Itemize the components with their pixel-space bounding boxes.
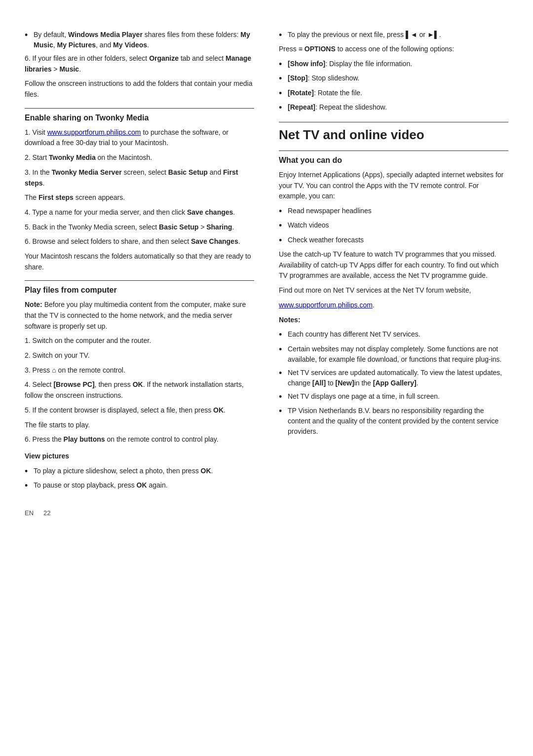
section2-title: Play files from computer: [25, 286, 254, 295]
bullet-dot-10: •: [279, 220, 284, 231]
bullet-dot-2: •: [25, 466, 30, 477]
bullet-dot-15: •: [279, 391, 284, 403]
bullet-dot-6: •: [279, 73, 284, 84]
footer-lang: EN: [25, 509, 34, 517]
section1-title: Enable sharing on Twonky Media: [25, 113, 254, 122]
options-showinfo-text: [Show info]: Display the file informatio…: [288, 59, 412, 70]
twonky-step3b: The First steps screen appears.: [25, 192, 254, 203]
play-step5b: The file starts to play.: [25, 420, 254, 431]
notes-bullet-1: • Each country has different Net TV serv…: [279, 329, 508, 340]
support-link[interactable]: www.supportforum.philips.com: [279, 301, 373, 309]
play-step4: 4. Select [Browse PC], then press OK. If…: [25, 379, 254, 401]
bullet-dot-8: •: [279, 102, 284, 113]
play-step5a: 5. If the content browser is displayed, …: [25, 405, 254, 416]
what-intro-text: Enjoy Internet Applications (Apps), spec…: [279, 170, 508, 202]
notes-bullet-5-text: TP Vision Netherlands B.V. bears no resp…: [288, 406, 508, 437]
notes-bullet-2-text: Certain websites may not display complet…: [288, 344, 508, 365]
options-bullet-stop: • [Stop]: Stop slideshow.: [279, 73, 508, 84]
play-step6: 6. Press the Play buttons on the remote …: [25, 434, 254, 445]
options-stop-text: [Stop]: Stop slideshow.: [288, 73, 360, 84]
twonky-link[interactable]: www.supportforum.philips.com: [47, 128, 141, 136]
findout-text: Find out more on Net TV services at the …: [279, 285, 508, 296]
wmp-bullet-text: By default, Windows Media Player shares …: [34, 30, 254, 50]
bullet-dot-3: •: [25, 480, 30, 491]
notes-bullet-4-text: Net TV displays one page at a time, in f…: [288, 391, 440, 403]
bullet-dot: •: [25, 30, 30, 50]
notes-bullet-4: • Net TV displays one page at a time, in…: [279, 391, 508, 403]
net-tv-divider: [279, 122, 508, 122]
notes-bullet-2: • Certain websites may not display compl…: [279, 344, 508, 365]
notes-bullet-3: • Net TV services are updated automatica…: [279, 368, 508, 388]
bullet-dot-14: •: [279, 368, 284, 388]
bullet-dot-7: •: [279, 88, 284, 99]
view-bullet-1: • To play a picture slideshow, select a …: [25, 466, 254, 477]
what-you-can-do-divider: [279, 151, 508, 151]
options-rotate-text: [Rotate]: Rotate the file.: [288, 88, 362, 99]
what-you-can-do-title: What you can do: [279, 156, 508, 165]
options-repeat-text: [Repeat]: Repeat the slideshow.: [288, 102, 387, 113]
bullet-dot-12: •: [279, 329, 284, 340]
twonky-step5: 5. Back in the Twonky Media screen, sele…: [25, 222, 254, 233]
play-step1: 1. Switch on the computer and the router…: [25, 336, 254, 346]
what-bullet-3: • Check weather forecasts: [279, 235, 508, 246]
view-pictures-title: View pictures: [25, 451, 254, 462]
play-step3: 3. Press ⌂ on the remote control.: [25, 365, 254, 376]
what-bullet-1-text: Read newspaper headlines: [288, 206, 372, 217]
section1-divider: [25, 108, 254, 109]
options-bullet-rotate: • [Rotate]: Rotate the file.: [279, 88, 508, 99]
step6-follow: Follow the onscreen instructions to add …: [25, 78, 254, 100]
bullet-dot-16: •: [279, 406, 284, 437]
twonky-step6: 6. Browse and select folders to share, a…: [25, 236, 254, 247]
twonky-step1: 1. Visit www.supportforum.philips.com to…: [25, 127, 254, 149]
view-bullet-1-text: To play a picture slideshow, select a ph…: [34, 466, 213, 477]
what-bullet-2: • Watch videos: [279, 220, 508, 231]
catchup-text: Use the catch-up TV feature to watch TV …: [279, 249, 508, 281]
notes-bullet-1-text: Each country has different Net TV servic…: [288, 329, 420, 340]
what-bullet-1: • Read newspaper headlines: [279, 206, 508, 217]
prev-next-text: To play the previous or next file, press…: [288, 30, 441, 41]
bullet-dot-9: •: [279, 206, 284, 217]
bullet-dot-4: •: [279, 30, 284, 41]
options-line: Press ≡ OPTIONS to access one of the fol…: [279, 44, 508, 55]
bullet-dot-13: •: [279, 344, 284, 365]
options-bullet-repeat: • [Repeat]: Repeat the slideshow.: [279, 102, 508, 113]
what-bullet-2-text: Watch videos: [288, 220, 329, 231]
section2-divider: [25, 280, 254, 281]
net-tv-title: Net TV and online video: [279, 127, 508, 143]
what-bullet-3-text: Check weather forecasts: [288, 235, 364, 246]
options-bullet-showinfo: • [Show info]: Display the file informat…: [279, 59, 508, 70]
footer: EN 22: [0, 504, 533, 522]
wmp-bullet: • By default, Windows Media Player share…: [25, 30, 254, 50]
twonky-step2: 2. Start Twonky Media on the Macintosh.: [25, 152, 254, 163]
play-step2: 2. Switch on your TV.: [25, 350, 254, 361]
notes-bullet-5: • TP Vision Netherlands B.V. bears no re…: [279, 406, 508, 437]
notes-heading: Notes:: [279, 315, 508, 326]
view-bullet-2-text: To pause or stop playback, press OK agai…: [34, 480, 168, 491]
prev-next-bullet: • To play the previous or next file, pre…: [279, 30, 508, 41]
bullet-dot-5: •: [279, 59, 284, 70]
bullet-dot-11: •: [279, 235, 284, 246]
view-bullet-2: • To pause or stop playback, press OK ag…: [25, 480, 254, 491]
twonky-step4: 4. Type a name for your media server, an…: [25, 207, 254, 218]
footer-page: 22: [43, 509, 50, 517]
play-note: Note: Before you play multimedia content…: [25, 300, 254, 332]
right-column: • To play the previous or next file, pre…: [274, 30, 513, 494]
support-link-line: www.supportforum.philips.com.: [279, 300, 508, 311]
twonky-step3a: 3. In the Twonky Media Server screen, se…: [25, 167, 254, 189]
notes-bullet-3-text: Net TV services are updated automaticall…: [288, 368, 508, 388]
left-column: • By default, Windows Media Player share…: [20, 30, 259, 494]
step6-text: 6. If your files are in other folders, s…: [25, 53, 254, 75]
twonky-rescan: Your Macintosh rescans the folders autom…: [25, 251, 254, 272]
